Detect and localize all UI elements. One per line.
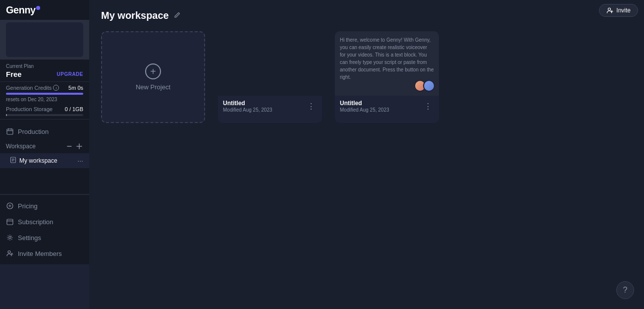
workspace-item-my-workspace[interactable]: My workspace ···	[0, 153, 89, 168]
storage-row: Production Storage 0 / 1GB	[6, 106, 83, 112]
storage-progress-bg	[6, 114, 83, 116]
nav-item-invite-members[interactable]: Invite Members	[0, 246, 89, 261]
card-footer-1: Untitled Modified Aug 25, 2023 ⋮	[218, 96, 322, 117]
logo-area: Genny	[0, 0, 89, 20]
storage-progress-fill	[6, 114, 7, 116]
sidebar: Genny Current Plan Free UPGRADE Generati…	[0, 0, 89, 309]
storage-label: Production Storage	[6, 106, 53, 112]
page-title: My workspace	[101, 10, 169, 21]
card-thumb-2: Hi there, welcome to Genny! With Genny, …	[335, 31, 439, 96]
card-info-1: Untitled Modified Aug 25, 2023	[223, 100, 272, 113]
svg-rect-0	[7, 129, 13, 134]
avatar-2	[423, 80, 435, 92]
main-header: My workspace	[101, 10, 632, 21]
upgrade-button[interactable]: UPGRADE	[56, 71, 83, 77]
sidebar-banner	[0, 20, 89, 60]
nav-section: Production Workspace	[0, 120, 89, 194]
storage-value: 0 / 1GB	[65, 106, 83, 112]
workspace-add-btn[interactable]	[75, 142, 83, 150]
plan-label: Current Plan	[6, 63, 83, 69]
invite-label: Invite	[616, 7, 631, 14]
card-date-1: Modified Aug 25, 2023	[223, 107, 272, 113]
settings-label: Settings	[18, 234, 41, 242]
app-logo: Genny	[6, 4, 36, 16]
svg-point-20	[608, 8, 611, 10]
workspace-item-left: My workspace	[10, 156, 57, 165]
card-date-2: Modified Aug 25, 2023	[340, 107, 389, 113]
sidebar-bottom-banner	[0, 264, 89, 309]
nav-item-production[interactable]: Production	[0, 124, 89, 139]
project-card-2[interactable]: Hi there, welcome to Genny! With Genny, …	[335, 31, 439, 123]
credits-label: Generation Credits i	[6, 85, 59, 91]
invite-button[interactable]: Invite	[599, 4, 638, 17]
project-card-1[interactable]: Untitled Modified Aug 25, 2023 ⋮	[218, 31, 322, 123]
svg-point-16	[9, 237, 11, 239]
credits-progress-bg	[6, 93, 83, 95]
card-footer-2: Untitled Modified Aug 25, 2023 ⋮	[335, 96, 439, 117]
logo-dot	[36, 6, 40, 10]
info-icon[interactable]: i	[53, 85, 59, 91]
cards-grid: + New Project Untitled Modified Aug 25, …	[101, 31, 632, 123]
card-thumb-1	[218, 31, 322, 96]
card-avatars	[414, 80, 435, 92]
resets-text: resets on Dec 20, 2023	[6, 97, 83, 102]
plus-icon: +	[145, 63, 161, 79]
banner-image	[6, 22, 83, 57]
nav-item-subscription[interactable]: Subscription	[0, 214, 89, 230]
pricing-label: Pricing	[18, 202, 38, 210]
help-button[interactable]: ?	[616, 281, 634, 299]
bottom-nav: Pricing Subscription Settings	[0, 194, 89, 264]
edit-icon[interactable]	[174, 11, 181, 20]
invite-members-label: Invite Members	[18, 250, 62, 257]
calendar-icon	[6, 127, 14, 135]
tag-icon	[6, 202, 14, 210]
card-menu-btn-2[interactable]: ⋮	[422, 101, 434, 112]
top-invite-area: Invite	[599, 4, 638, 17]
nav-item-pricing[interactable]: Pricing	[0, 198, 89, 214]
production-label: Production	[18, 128, 49, 135]
workspace-actions	[65, 142, 83, 150]
card-info-2: Untitled Modified Aug 25, 2023	[340, 100, 389, 113]
workspace-section-label: Workspace	[6, 143, 36, 150]
card-title-2: Untitled	[340, 100, 389, 107]
gear-icon	[6, 234, 14, 242]
credits-row: Generation Credits i 5m 0s	[6, 85, 83, 91]
workspace-header: Workspace	[0, 139, 89, 153]
svg-point-17	[8, 251, 10, 253]
new-project-label: New Project	[136, 83, 170, 91]
workspace-more-icon[interactable]: ···	[77, 157, 83, 165]
subscription-icon	[6, 218, 14, 226]
subscription-label: Subscription	[18, 218, 54, 226]
my-workspace-label: My workspace	[19, 157, 57, 164]
workspace-collapse-btn[interactable]	[65, 142, 73, 150]
plan-row: Free UPGRADE	[6, 70, 83, 78]
nav-item-settings[interactable]: Settings	[0, 230, 89, 246]
plan-section: Current Plan Free UPGRADE	[0, 60, 89, 81]
credits-section: Generation Credits i 5m 0s resets on Dec…	[0, 82, 89, 119]
person-plus-icon	[6, 249, 14, 257]
credits-progress-fill	[6, 93, 83, 95]
svg-rect-14	[7, 219, 13, 225]
card-title-1: Untitled	[223, 100, 272, 107]
plan-name: Free	[6, 70, 22, 78]
credits-value: 5m 0s	[68, 85, 83, 91]
main-content: Invite My workspace + New Project Untitl…	[89, 0, 644, 309]
file-icon	[10, 156, 16, 165]
new-project-card[interactable]: + New Project	[101, 31, 205, 123]
card-menu-btn-1[interactable]: ⋮	[305, 101, 317, 112]
